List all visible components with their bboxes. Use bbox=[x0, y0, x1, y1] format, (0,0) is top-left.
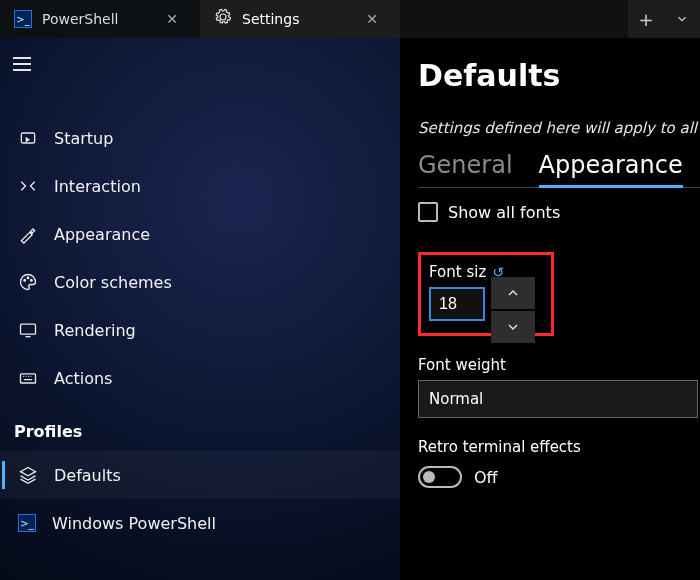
gear-icon bbox=[214, 8, 232, 30]
nav-startup[interactable]: Startup bbox=[0, 114, 400, 162]
nav-label: Color schemes bbox=[54, 273, 172, 292]
startup-icon bbox=[18, 128, 38, 148]
page-subtitle: Settings defined here will apply to all … bbox=[418, 119, 700, 137]
tab-appearance[interactable]: Appearance bbox=[539, 151, 683, 187]
content-panel: Defaults Settings defined here will appl… bbox=[400, 38, 700, 580]
hamburger-button[interactable] bbox=[0, 44, 44, 84]
keyboard-icon bbox=[18, 368, 38, 388]
nav-label: Interaction bbox=[54, 177, 141, 196]
profile-windows-powershell[interactable]: >_ Windows PowerShell bbox=[0, 499, 400, 547]
toggle-state: Off bbox=[474, 468, 498, 487]
nav-label: Appearance bbox=[54, 225, 150, 244]
new-tab-button[interactable]: + bbox=[628, 9, 664, 30]
tab-label: PowerShell bbox=[42, 11, 148, 27]
nav-label: Defaults bbox=[54, 466, 121, 485]
svg-point-1 bbox=[24, 280, 26, 282]
layers-icon bbox=[18, 465, 38, 485]
tab-label: Settings bbox=[242, 11, 348, 27]
tab-settings[interactable]: Settings ✕ bbox=[200, 0, 400, 38]
svg-rect-0 bbox=[21, 133, 34, 143]
nav-label: Actions bbox=[54, 369, 112, 388]
nav-label: Windows PowerShell bbox=[52, 514, 216, 533]
retro-toggle[interactable] bbox=[418, 466, 462, 488]
rendering-icon bbox=[18, 320, 38, 340]
svg-rect-5 bbox=[21, 374, 36, 383]
profiles-header: Profiles bbox=[0, 402, 400, 451]
profile-defaults[interactable]: Defaults bbox=[0, 451, 400, 499]
page-title: Defaults bbox=[418, 58, 700, 93]
nav-list: Startup Interaction Appearance Color sch… bbox=[0, 114, 400, 402]
font-size-spinner bbox=[491, 277, 535, 345]
powershell-icon: >_ bbox=[14, 10, 32, 28]
nav-appearance[interactable]: Appearance bbox=[0, 210, 400, 258]
svg-point-3 bbox=[31, 280, 33, 282]
retro-block: Retro terminal effects Off bbox=[418, 438, 700, 488]
nav-label: Rendering bbox=[54, 321, 136, 340]
nav-rendering[interactable]: Rendering bbox=[0, 306, 400, 354]
font-weight-block: Font weight Normal bbox=[418, 356, 700, 418]
tab-powershell[interactable]: >_ PowerShell ✕ bbox=[0, 0, 200, 38]
checkbox-label: Show all fonts bbox=[448, 203, 560, 222]
svg-rect-4 bbox=[21, 324, 36, 334]
close-icon[interactable]: ✕ bbox=[358, 11, 386, 27]
powershell-icon: >_ bbox=[18, 514, 36, 532]
checkbox-icon[interactable] bbox=[418, 202, 438, 222]
svg-point-2 bbox=[27, 277, 29, 279]
title-bar: >_ PowerShell ✕ Settings ✕ + bbox=[0, 0, 700, 38]
appearance-icon bbox=[18, 224, 38, 244]
show-all-fonts-row[interactable]: Show all fonts bbox=[418, 202, 700, 222]
sidebar: Startup Interaction Appearance Color sch… bbox=[0, 38, 400, 580]
content-tabs: General Appearance bbox=[418, 151, 700, 188]
close-icon[interactable]: ✕ bbox=[158, 11, 186, 27]
increment-button[interactable] bbox=[491, 277, 535, 309]
tab-dropdown-button[interactable] bbox=[664, 9, 700, 30]
tab-general[interactable]: General bbox=[418, 151, 513, 187]
nav-interaction[interactable]: Interaction bbox=[0, 162, 400, 210]
nav-label: Startup bbox=[54, 129, 113, 148]
font-size-block: Font siz ↺ bbox=[418, 252, 554, 336]
interaction-icon bbox=[18, 176, 38, 196]
font-weight-label: Font weight bbox=[418, 356, 700, 374]
nav-color-schemes[interactable]: Color schemes bbox=[0, 258, 400, 306]
retro-label: Retro terminal effects bbox=[418, 438, 700, 456]
font-size-input[interactable] bbox=[429, 287, 485, 321]
decrement-button[interactable] bbox=[491, 311, 535, 343]
palette-icon bbox=[18, 272, 38, 292]
nav-actions[interactable]: Actions bbox=[0, 354, 400, 402]
font-weight-select[interactable]: Normal bbox=[418, 380, 698, 418]
tab-actions: + bbox=[628, 0, 700, 38]
